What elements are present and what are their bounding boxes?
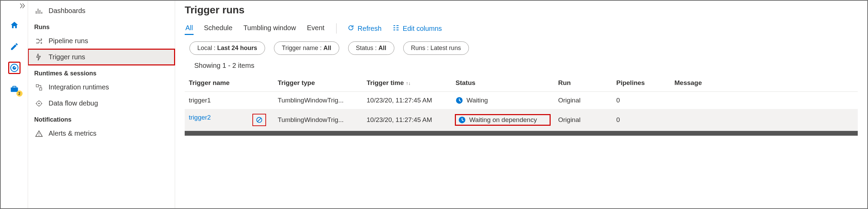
filter-trigger-name[interactable]: Trigger name : All bbox=[274, 41, 339, 55]
trigger-runs-table: Trigger name Trigger type Trigger time↑↓… bbox=[185, 74, 858, 131]
cell-trigger-name: trigger1 bbox=[185, 92, 274, 109]
main-content: Trigger runs All Schedule Tumbling windo… bbox=[175, 1, 867, 208]
trigger-link[interactable]: trigger2 bbox=[189, 114, 211, 121]
cell-trigger-name: trigger2 bbox=[185, 109, 274, 131]
tab-schedule[interactable]: Schedule bbox=[203, 22, 233, 35]
sidebar-item-label: Alerts & metrics bbox=[49, 130, 96, 137]
sidebar-item-alerts-metrics[interactable]: Alerts & metrics bbox=[28, 125, 175, 142]
cell-status: Waiting bbox=[451, 92, 554, 109]
edit-columns-button[interactable]: Edit columns bbox=[393, 24, 442, 33]
cell-message bbox=[670, 109, 858, 131]
filter-local[interactable]: Local : Last 24 hours bbox=[189, 41, 265, 55]
col-message[interactable]: Message bbox=[670, 74, 858, 92]
toolbox-icon[interactable]: 2 bbox=[8, 83, 21, 95]
svg-point-9 bbox=[38, 102, 40, 104]
sidebar-item-label: Pipeline runs bbox=[49, 37, 88, 45]
cancel-icon bbox=[256, 116, 263, 123]
cell-pipelines: 0 bbox=[612, 109, 670, 131]
svg-rect-7 bbox=[39, 88, 42, 90]
refresh-icon bbox=[347, 24, 354, 33]
columns-icon bbox=[393, 24, 399, 33]
cell-status: Waiting on dependency bbox=[451, 109, 554, 131]
sidebar-item-integration-runtimes[interactable]: Integration runtimes bbox=[28, 79, 175, 95]
refresh-label: Refresh bbox=[358, 25, 382, 33]
tab-event[interactable]: Event bbox=[306, 22, 325, 35]
sidebar-item-pipeline-runs[interactable]: Pipeline runs bbox=[28, 33, 175, 49]
sidebar-item-trigger-runs[interactable]: Trigger runs bbox=[28, 49, 175, 65]
sidebar-item-label: Integration runtimes bbox=[49, 83, 109, 91]
cell-trigger-type: TumblingWindowTrig... bbox=[274, 109, 363, 131]
page-title: Trigger runs bbox=[185, 4, 858, 16]
pencil-icon[interactable] bbox=[8, 40, 21, 53]
filter-status[interactable]: Status : All bbox=[348, 41, 394, 55]
cell-pipelines: 0 bbox=[612, 92, 670, 109]
filter-row: Local : Last 24 hours Trigger name : All… bbox=[185, 41, 858, 55]
cell-trigger-type: TumblingWindowTrig... bbox=[274, 92, 363, 109]
cell-trigger-time: 10/23/20, 11:27:45 AM bbox=[363, 109, 451, 131]
tabs: All Schedule Tumbling window Event bbox=[185, 22, 325, 35]
pipeline-icon bbox=[34, 37, 44, 45]
home-icon[interactable] bbox=[8, 19, 21, 32]
trigger-icon bbox=[34, 53, 44, 61]
svg-point-5 bbox=[41, 42, 42, 44]
left-icon-rail: 2 bbox=[1, 1, 28, 208]
tab-all[interactable]: All bbox=[185, 22, 194, 35]
monitor-icon[interactable] bbox=[8, 62, 21, 74]
sidebar-header-runtimes: Runtimes & sessions bbox=[28, 65, 175, 79]
showing-count: Showing 1 - 2 items bbox=[194, 62, 858, 70]
chevron-right-double-icon bbox=[19, 3, 26, 9]
col-trigger-type[interactable]: Trigger type bbox=[274, 74, 363, 92]
refresh-button[interactable]: Refresh bbox=[347, 24, 382, 33]
svg-rect-6 bbox=[36, 84, 39, 87]
alert-icon bbox=[34, 130, 44, 137]
sidebar-item-dashboards[interactable]: Dashboards bbox=[28, 3, 175, 19]
integration-icon bbox=[34, 84, 44, 91]
sidebar-header-runs: Runs bbox=[28, 19, 175, 33]
edit-columns-label: Edit columns bbox=[403, 25, 442, 33]
cell-run: Original bbox=[554, 109, 612, 131]
toolbox-badge: 2 bbox=[16, 90, 23, 97]
col-status[interactable]: Status bbox=[451, 74, 554, 92]
debug-icon bbox=[34, 100, 44, 107]
col-run[interactable]: Run bbox=[554, 74, 612, 92]
col-pipelines[interactable]: Pipelines bbox=[612, 74, 670, 92]
tabs-toolbar-row: All Schedule Tumbling window Event Refre… bbox=[185, 22, 858, 35]
expand-rail-button[interactable] bbox=[19, 3, 26, 10]
svg-point-4 bbox=[41, 38, 42, 40]
sidebar-item-label: Dashboards bbox=[49, 7, 86, 15]
table-row[interactable]: trigger2 TumblingWindowTrig... 10/23/20,… bbox=[185, 109, 858, 131]
col-trigger-time[interactable]: Trigger time↑↓ bbox=[363, 74, 451, 92]
clock-icon bbox=[456, 97, 463, 104]
svg-point-11 bbox=[39, 135, 39, 136]
table-row[interactable]: trigger1 TumblingWindowTrig... 10/23/20,… bbox=[185, 92, 858, 109]
sidebar-item-label: Trigger runs bbox=[49, 53, 85, 61]
sidebar-item-label: Data flow debug bbox=[49, 99, 98, 107]
bar-chart-icon bbox=[34, 7, 44, 15]
cell-run: Original bbox=[554, 92, 612, 109]
svg-line-14 bbox=[258, 118, 261, 122]
horizontal-scrollbar[interactable] bbox=[185, 131, 858, 136]
cancel-button[interactable] bbox=[252, 114, 266, 126]
svg-rect-3 bbox=[13, 86, 16, 88]
sort-icon: ↑↓ bbox=[406, 81, 411, 86]
sidebar-item-data-flow-debug[interactable]: Data flow debug bbox=[28, 95, 175, 111]
sidebar-header-notifications: Notifications bbox=[28, 111, 175, 125]
col-trigger-name[interactable]: Trigger name bbox=[185, 74, 274, 92]
cell-trigger-time: 10/23/20, 11:27:45 AM bbox=[363, 92, 451, 109]
divider bbox=[336, 23, 337, 34]
sidebar: Dashboards Runs Pipeline runs Trigger ru… bbox=[28, 1, 175, 208]
filter-runs[interactable]: Runs : Latest runs bbox=[403, 41, 469, 55]
cell-message bbox=[670, 92, 858, 109]
clock-icon bbox=[458, 116, 466, 124]
tab-tumbling-window[interactable]: Tumbling window bbox=[243, 22, 297, 35]
